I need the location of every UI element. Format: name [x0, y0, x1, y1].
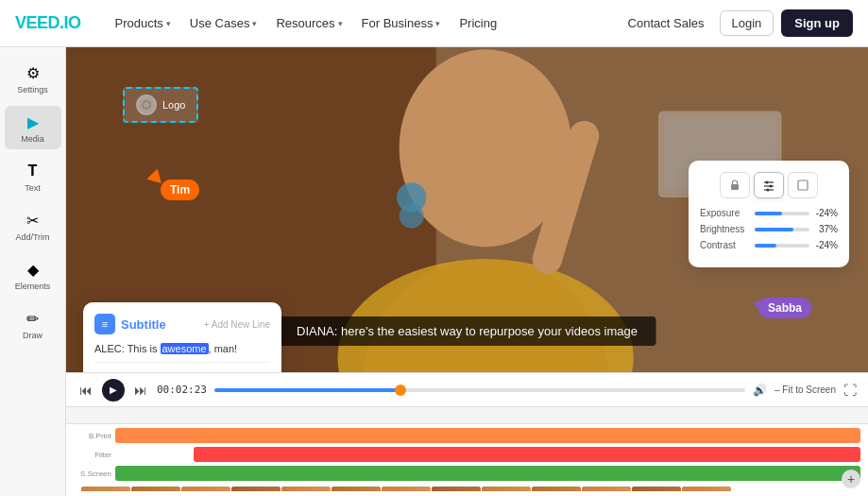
media-icon: ▶ — [23, 111, 43, 132]
exposure-slider[interactable] — [755, 212, 809, 215]
film-frame — [682, 487, 731, 491]
signup-button[interactable]: Sign up — [781, 9, 853, 37]
logo-veed: VEED — [15, 13, 60, 32]
adjust-tab-lock[interactable] — [720, 172, 750, 198]
add-track-button[interactable]: + — [842, 470, 860, 488]
add-new-line-button[interactable]: + Add New Line — [204, 319, 270, 330]
logo-io: .IO — [60, 13, 81, 32]
track-label-filter: Filter — [74, 451, 111, 459]
contrast-row: Contrast -24% — [700, 240, 838, 250]
film-frame — [432, 487, 481, 491]
subtitle-icon: ≡ — [94, 314, 115, 334]
subtitle-header: ≡ Subtitle + Add New Line — [94, 314, 270, 334]
nav-for-business[interactable]: For Business ▾ — [354, 11, 449, 35]
nav-products[interactable]: Products ▾ — [108, 11, 179, 35]
film-frame — [632, 487, 681, 491]
logo-overlay[interactable]: Logo — [123, 87, 198, 123]
subtitle-panel: ≡ Subtitle + Add New Line ALEC: This is … — [83, 302, 281, 372]
svg-rect-10 — [731, 184, 739, 190]
track-bprint[interactable] — [115, 428, 860, 443]
nav-use-cases[interactable]: Use Cases ▾ — [182, 11, 265, 35]
adjust-tabs — [700, 172, 838, 198]
svg-point-16 — [767, 189, 770, 192]
nav-pricing[interactable]: Pricing — [451, 11, 504, 35]
draw-icon: ✏ — [23, 308, 43, 329]
timeline-area: B.Print Filter S.Screen — [66, 406, 868, 496]
adjust-panel: Exposure -24% Brightness 37% Contrast — [689, 161, 849, 267]
sidebar-item-draw[interactable]: ✏ Draw — [5, 302, 61, 346]
contrast-slider[interactable] — [755, 244, 809, 248]
skip-back-button[interactable]: ⏮ — [77, 381, 94, 400]
playhead-track[interactable] — [214, 388, 745, 392]
sidebar-item-elements[interactable]: ◆ Elements — [5, 253, 61, 297]
track-row-bprint: B.Print — [74, 428, 860, 443]
timeline-tracks: B.Print Filter S.Screen — [66, 424, 868, 496]
contrast-label: Contrast — [700, 240, 751, 250]
film-frame — [81, 487, 130, 491]
highlighted-word: awesome — [161, 343, 209, 354]
sidebar-item-settings[interactable]: ⚙ Settings — [5, 57, 61, 100]
chevron-down-icon: ▾ — [338, 19, 343, 28]
filmstrip-row — [81, 487, 853, 491]
svg-point-14 — [770, 185, 773, 188]
scissors-icon: ✂ — [23, 210, 43, 231]
expand-button[interactable]: ⛶ — [843, 383, 857, 398]
sabba-badge[interactable]: Sabba — [758, 298, 811, 318]
skip-forward-button[interactable]: ⏭ — [132, 381, 149, 400]
nav-links: Products ▾ Use Cases ▾ Resources ▾ For B… — [108, 11, 621, 35]
brightness-label: Brightness — [700, 224, 751, 234]
svg-point-7 — [400, 203, 424, 228]
login-button[interactable]: Login — [720, 10, 774, 36]
film-frame — [332, 487, 381, 491]
play-button[interactable]: ▶ — [102, 379, 125, 402]
subtitle-title: Subtitle — [121, 317, 166, 332]
left-sidebar: ⚙ Settings ▶ Media T Text ✂ Add/Trim ◆ E… — [0, 47, 66, 496]
timeline-ruler — [66, 407, 868, 424]
subtitle-line-1: ALEC: This is awesome, man! — [94, 342, 270, 356]
track-label-bprint: B.Print — [74, 432, 111, 440]
exposure-value: -24% — [813, 208, 838, 218]
track-sscreen[interactable] — [115, 466, 860, 481]
video-main: Logo Tim Sabba ≡ Subtitle + Add New Line… — [66, 47, 868, 372]
color-picker[interactable]: Color — [247, 367, 270, 372]
brightness-row: Brightness 37% — [700, 224, 838, 234]
sliders-icon — [762, 179, 775, 192]
adjust-tab-frame[interactable] — [788, 172, 818, 198]
film-frame — [281, 487, 331, 491]
logo[interactable]: VEED.IO — [15, 13, 81, 33]
film-frame — [382, 487, 431, 491]
exposure-label: Exposure — [700, 208, 751, 218]
lock-icon — [728, 179, 741, 192]
volume-icon[interactable]: 🔊 — [753, 384, 767, 397]
settings-icon: ⚙ — [23, 62, 43, 83]
film-frame — [532, 487, 581, 491]
elements-icon: ◆ — [23, 259, 43, 280]
sidebar-item-media[interactable]: ▶ Media — [5, 106, 61, 149]
tim-badge[interactable]: Tim — [161, 180, 199, 200]
film-frame — [231, 487, 281, 491]
fit-to-screen-label: – Fit to Screen — [774, 385, 836, 395]
sidebar-item-text[interactable]: T Text — [5, 155, 61, 198]
subtitle-toolbar: B | I | U | S Color — [94, 362, 270, 372]
text-icon: T — [23, 161, 43, 181]
track-row-sscreen: S.Screen — [74, 466, 860, 481]
track-label-sscreen: S.Screen — [74, 470, 111, 478]
logo-overlay-text: Logo — [162, 99, 185, 111]
timeline-thumb[interactable] — [395, 385, 406, 396]
sidebar-item-addtrim[interactable]: ✂ Add/Trim — [5, 204, 61, 248]
film-frame — [582, 487, 631, 491]
nav-resources[interactable]: Resources ▾ — [268, 11, 349, 35]
exposure-row: Exposure -24% — [700, 208, 838, 218]
adjust-tab-sliders[interactable] — [754, 172, 784, 198]
track-filter[interactable] — [194, 447, 860, 462]
main-area: ⚙ Settings ▶ Media T Text ✂ Add/Trim ◆ E… — [0, 47, 868, 496]
contact-sales-link[interactable]: Contact Sales — [621, 11, 712, 35]
logo-circle-icon — [136, 94, 157, 115]
svg-rect-17 — [798, 180, 808, 190]
svg-point-12 — [766, 181, 769, 184]
contrast-value: -24% — [813, 240, 838, 250]
brightness-slider[interactable] — [755, 228, 809, 231]
video-controls: ⏮ ▶ ⏭ 00:02:23 🔊 – Fit to Screen ⛶ — [66, 372, 868, 406]
navbar: VEED.IO Products ▾ Use Cases ▾ Resources… — [0, 0, 868, 47]
frame-icon — [796, 179, 809, 192]
